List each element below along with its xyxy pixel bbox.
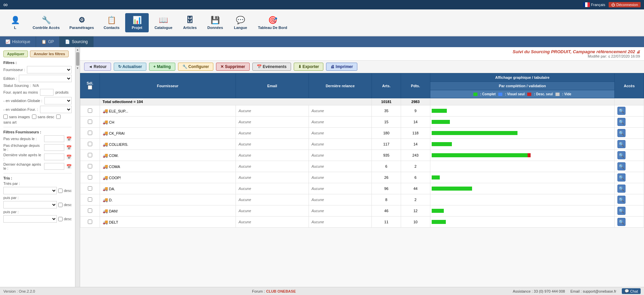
sort-desc-checkbox-2[interactable] [58,203,63,207]
nav-donnees-label: Données [207,26,223,30]
sort-select-3[interactable] [3,215,57,223]
access-cell: 🔍 [615,105,644,117]
dernier-echange-input[interactable] [44,163,64,170]
extra-checkbox[interactable] [56,114,61,119]
tab-gp[interactable]: 📋 GP [36,36,60,47]
nav-catalogue[interactable]: 📖 Catalogue [150,13,176,32]
actualiser-button[interactable]: ↻ Actualiser [114,63,146,71]
row-checkbox[interactable] [88,120,92,124]
language-selector[interactable]: Français [583,2,605,7]
four-ayant-input[interactable] [40,89,53,96]
sans-desc-checkbox-label[interactable]: sans desc [32,114,55,119]
access-button[interactable]: 🔍 [617,185,625,193]
access-button[interactable]: 🔍 [617,218,625,226]
puis-par-2-label: puis par : [3,210,19,214]
tris-label: Tris : [3,176,72,180]
imprimer-button[interactable]: 🖨 Imprimer [326,63,357,71]
fournisseur-cell: 🚚 DA. [100,183,236,194]
row-checkbox[interactable] [88,142,92,146]
derniere-visite-input[interactable] [44,154,64,160]
sidebar-scrollbar[interactable]: ▲ ▼ [75,47,80,287]
sort-select-2[interactable] [3,201,57,208]
pas-venu-input[interactable] [44,135,64,142]
row-checkbox[interactable] [88,208,92,213]
nav-parametrages[interactable]: ⚙ Paramétrages [65,13,98,32]
arts-cell: 6 [372,161,401,172]
validation-globale-select[interactable] [44,97,72,104]
access-button[interactable]: 🔍 [617,151,625,159]
chat-button[interactable]: 💬 Chat [622,288,641,294]
row-checkbox[interactable] [88,175,92,179]
sans-desc-checkbox[interactable] [32,114,36,119]
apply-button[interactable]: Appliquer [3,51,28,57]
access-button[interactable]: 🔍 [617,196,625,204]
access-button[interactable]: 🔍 [617,173,625,182]
nav-controle-acces[interactable]: 🔧 Contrôle Accès [29,13,64,32]
access-button[interactable]: 🔍 [617,207,625,215]
sort-desc-1[interactable]: desc [58,189,72,193]
sort-desc-2[interactable]: desc [58,203,72,207]
disconnect-button[interactable]: ⏻ Déconnexion [609,2,641,7]
col-header-acces: Accès [615,73,644,98]
row-checkbox[interactable] [88,220,92,224]
row-checkbox[interactable] [88,186,92,191]
truck-icon: 🚚 [103,175,108,180]
contacts-icon: 📋 [107,16,116,25]
sort-desc-checkbox-3[interactable] [58,217,63,221]
access-button[interactable]: 🔍 [617,140,625,148]
nav-donnees[interactable]: 💾 Données [203,13,227,32]
fournisseur-cell: 🚚 CK_FRAI [100,128,236,139]
sans-images-checkbox-label[interactable]: sans images [3,114,30,119]
nav-contacts[interactable]: 📋 Contacts [100,13,123,32]
configurer-button[interactable]: 🔧 Configurer [178,63,214,71]
nav-articles[interactable]: 🗄 Articles [178,13,202,32]
row-checkbox[interactable] [88,164,92,168]
nav-langue[interactable]: 💬 Langue [229,13,252,32]
sans-images-checkbox[interactable] [3,114,8,119]
supprimer-button[interactable]: ✕ Supprimer [216,63,249,71]
dernier-echange-calendar-icon[interactable]: 📅 [66,164,72,169]
tab-sourcing[interactable]: 📄 Sourcing [60,36,93,47]
access-button[interactable]: 🔍 [617,118,625,126]
select-all-checkbox[interactable] [88,85,92,90]
pas-echange-calendar-icon[interactable]: 📅 [66,145,72,150]
sort-desc-checkbox-1[interactable] [58,189,63,193]
row-checkbox[interactable] [88,197,92,202]
scroll-thumb[interactable] [76,52,79,66]
derniere-visite-calendar-icon[interactable]: 📅 [66,155,72,160]
mailing-button[interactable]: + Mailing [149,63,175,71]
sort-desc-3[interactable]: desc [58,217,72,221]
edition-select[interactable] [19,75,72,82]
scroll-up-arrow[interactable]: ▲ [76,48,79,52]
access-button[interactable]: 🔍 [617,129,625,137]
fournisseur-select[interactable] [27,66,72,73]
nav-user[interactable]: 👤 L [3,13,27,32]
exporter-button[interactable]: ⬇ Exporter [294,63,324,71]
row-checkbox[interactable] [88,131,92,135]
email-cell: Aucune [236,128,309,139]
sort-select-1[interactable] [3,187,57,194]
legend-desc-dot [527,93,531,96]
evenements-button[interactable]: 📅 Evénements [252,63,291,71]
arts-cell: 46 [372,205,401,217]
total-row: Total sélectionné = 104 10181 2983 [80,98,644,105]
relance-cell: Aucune [309,150,372,161]
row-checkbox[interactable] [88,108,92,113]
pas-venu-calendar-icon[interactable]: 📅 [66,136,72,141]
topbar: ∞ Français ⏻ Déconnexion [0,0,644,9]
access-button[interactable]: 🔍 [617,162,625,170]
nav-tableau-de-bord[interactable]: 🎯 Tableau De Bord [254,13,291,32]
validation-four-select[interactable] [40,106,72,113]
articles-icon: 🗄 [186,16,193,25]
tab-historique[interactable]: 📈 Historique [0,36,36,47]
scroll-down-arrow[interactable]: ▼ [76,66,79,70]
sourcing-icon: 📄 [65,39,70,44]
retour-button[interactable]: ◄ Retour [84,63,111,71]
cancel-filters-button[interactable]: Annuler les filtres [30,51,69,57]
access-button[interactable]: 🔍 [617,107,625,115]
topbar-right: Français ⏻ Déconnexion [583,2,641,7]
nav-tableau-label: Tableau De Bord [258,26,287,30]
nav-projet[interactable]: 📊 Projet [125,13,149,32]
row-checkbox[interactable] [88,153,92,157]
pas-echange-input[interactable] [44,144,64,151]
